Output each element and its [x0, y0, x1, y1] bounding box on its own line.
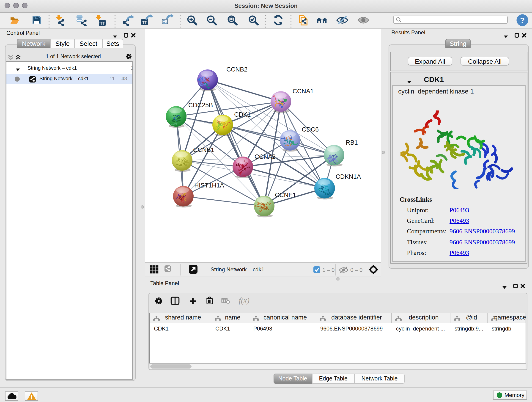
svg-text:CDK1: CDK1: [234, 111, 251, 118]
svg-text:CCNB1: CCNB1: [193, 146, 214, 153]
svg-text:CDKN1A: CDKN1A: [336, 173, 361, 180]
svg-text:CCNB2: CCNB2: [226, 66, 247, 73]
svg-text:CCNA1: CCNA1: [292, 88, 313, 95]
svg-text:CDC25B: CDC25B: [188, 102, 213, 109]
svg-text:CCNE1: CCNE1: [275, 191, 296, 198]
svg-text:RB1: RB1: [346, 139, 358, 146]
svg-text:CCNA2: CCNA2: [254, 153, 275, 160]
svg-text:HIST1H1A: HIST1H1A: [194, 182, 224, 189]
svg-text:?: ?: [520, 16, 525, 25]
svg-text:CDC6: CDC6: [302, 126, 318, 133]
